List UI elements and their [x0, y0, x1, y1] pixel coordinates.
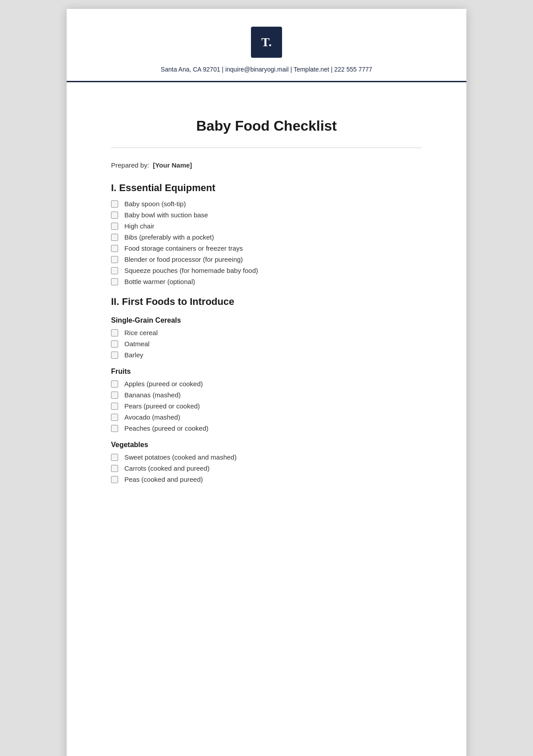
- list-item: High chair: [111, 222, 422, 230]
- item-label: Baby bowl with suction base: [124, 211, 208, 219]
- section-essential-equipment: I. Essential Equipment Baby spoon (soft-…: [111, 182, 422, 285]
- checkbox[interactable]: [111, 245, 118, 252]
- item-label: Pears (pureed or cooked): [124, 402, 200, 410]
- title-divider: [111, 148, 422, 148]
- list-item: Apples (pureed or cooked): [111, 380, 422, 388]
- checkbox[interactable]: [111, 392, 118, 399]
- page: T. Santa Ana, CA 92701 | inquire@binaryo…: [67, 9, 466, 756]
- item-label: Food storage containers or freezer trays: [124, 244, 243, 252]
- list-item: Carrots (cooked and pureed): [111, 464, 422, 472]
- subsection-vegetables: Vegetables Sweet potatoes (cooked and ma…: [111, 441, 422, 483]
- item-label: Bottle warmer (optional): [124, 278, 195, 285]
- list-item: Bananas (mashed): [111, 391, 422, 399]
- checkbox[interactable]: [111, 352, 118, 359]
- checkbox[interactable]: [111, 223, 118, 230]
- prepared-by: Prepared by: [Your Name]: [111, 161, 422, 169]
- main-content: Baby Food Checklist Prepared by: [Your N…: [67, 91, 466, 520]
- item-label: Apples (pureed or cooked): [124, 380, 203, 388]
- checkbox[interactable]: [111, 234, 118, 241]
- list-item: Food storage containers or freezer trays: [111, 244, 422, 252]
- item-label: Bibs (preferably with a pocket): [124, 233, 214, 241]
- list-item: Oatmeal: [111, 340, 422, 348]
- section-first-foods: II. First Foods to Introduce Single-Grai…: [111, 296, 422, 483]
- list-item: Peas (cooked and pureed): [111, 476, 422, 483]
- item-label: Bananas (mashed): [124, 391, 181, 399]
- subsection-fruits: Fruits Apples (pureed or cooked) Bananas…: [111, 368, 422, 432]
- list-item: Barley: [111, 351, 422, 359]
- prepared-by-value: [Your Name]: [153, 161, 192, 169]
- item-label: Baby spoon (soft-tip): [124, 200, 186, 208]
- item-label: Squeeze pouches (for homemade baby food): [124, 267, 258, 274]
- checkbox[interactable]: [111, 267, 118, 274]
- checkbox[interactable]: [111, 278, 118, 285]
- checkbox[interactable]: [111, 476, 118, 483]
- item-label: Sweet potatoes (cooked and mashed): [124, 453, 237, 461]
- page-header: T. Santa Ana, CA 92701 | inquire@binaryo…: [67, 9, 466, 91]
- list-item: Baby bowl with suction base: [111, 211, 422, 219]
- checkbox[interactable]: [111, 380, 118, 388]
- item-label: High chair: [124, 222, 155, 230]
- item-label: Oatmeal: [124, 340, 150, 348]
- subsection-title-cereals: Single-Grain Cereals: [111, 316, 422, 324]
- list-item: Pears (pureed or cooked): [111, 402, 422, 410]
- item-label: Peas (cooked and pureed): [124, 476, 203, 483]
- list-item: Avocado (mashed): [111, 413, 422, 421]
- list-item: Bibs (preferably with a pocket): [111, 233, 422, 241]
- header-info: Santa Ana, CA 92701 | inquire@binaryogi.…: [161, 66, 372, 73]
- list-item: Peaches (pureed or cooked): [111, 424, 422, 432]
- checkbox[interactable]: [111, 403, 118, 410]
- subsection-title-vegetables: Vegetables: [111, 441, 422, 449]
- list-item: Blender or food processor (for pureeing): [111, 256, 422, 263]
- checkbox[interactable]: [111, 465, 118, 472]
- item-label: Blender or food processor (for pureeing): [124, 256, 243, 263]
- list-item: Bottle warmer (optional): [111, 278, 422, 285]
- item-label: Peaches (pureed or cooked): [124, 424, 208, 432]
- checkbox[interactable]: [111, 454, 118, 461]
- subsection-title-fruits: Fruits: [111, 368, 422, 376]
- checkbox[interactable]: [111, 329, 118, 336]
- item-label: Rice cereal: [124, 329, 158, 336]
- list-item: Baby spoon (soft-tip): [111, 200, 422, 208]
- prepared-by-label: Prepared by:: [111, 161, 149, 169]
- list-item: Squeeze pouches (for homemade baby food): [111, 267, 422, 274]
- checkbox[interactable]: [111, 200, 118, 208]
- checkbox[interactable]: [111, 340, 118, 348]
- list-item: Sweet potatoes (cooked and mashed): [111, 453, 422, 461]
- checkbox[interactable]: [111, 256, 118, 263]
- item-label: Avocado (mashed): [124, 413, 180, 421]
- section-title-essential-equipment: I. Essential Equipment: [111, 182, 422, 194]
- logo-box: T.: [251, 27, 282, 58]
- checkbox[interactable]: [111, 425, 118, 432]
- item-label: Barley: [124, 351, 143, 359]
- logo-text: T.: [261, 35, 272, 49]
- subsection-single-grain-cereals: Single-Grain Cereals Rice cereal Oatmeal…: [111, 316, 422, 359]
- item-label: Carrots (cooked and pureed): [124, 464, 210, 472]
- section-title-first-foods: II. First Foods to Introduce: [111, 296, 422, 308]
- page-title: Baby Food Checklist: [111, 118, 422, 134]
- checkbox[interactable]: [111, 212, 118, 219]
- header-divider: [67, 81, 466, 82]
- list-item: Rice cereal: [111, 329, 422, 336]
- checkbox[interactable]: [111, 414, 118, 421]
